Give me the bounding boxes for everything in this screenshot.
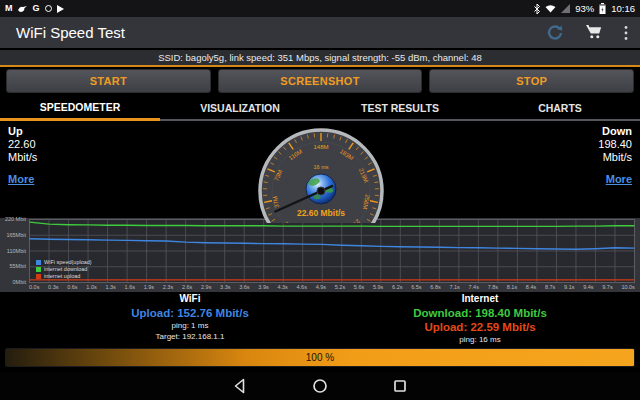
- x-tick-label: 4.6s: [297, 284, 307, 290]
- x-tick-label: 2.6s: [182, 284, 192, 290]
- x-tick-label: 1.0s: [86, 284, 96, 290]
- x-tick-label: 7.8s: [488, 284, 498, 290]
- android-nav-bar: [0, 372, 640, 400]
- upload-panel: Up 22.60 Mbit/s More: [8, 125, 37, 186]
- x-tick-label: 3.6s: [239, 284, 249, 290]
- x-tick-label: 2.9s: [201, 284, 211, 290]
- start-button[interactable]: START: [6, 69, 211, 93]
- x-tick-label: 5.9s: [373, 284, 383, 290]
- internet-upload-result: Upload: 22.59 Mbit/s: [320, 321, 640, 333]
- x-tick-label: 0.3s: [48, 284, 58, 290]
- y-tick-label: 220 Mbit: [5, 216, 26, 222]
- x-tick-label: 7.1s: [449, 284, 459, 290]
- bluetooth-icon: [534, 4, 540, 14]
- internet-download-result: Download: 198.40 Mbit/s: [320, 307, 640, 319]
- tab-charts[interactable]: CHARTS: [480, 96, 640, 121]
- x-tick-label: 8.1s: [507, 284, 517, 290]
- y-tick-label: 0Mbit: [13, 279, 26, 285]
- internet-summary: Internet Download: 198.40 Mbit/s Upload:…: [320, 293, 640, 355]
- screenshot-button[interactable]: SCREENSHOT: [218, 69, 423, 93]
- action-button-row: START SCREENSHOT STOP: [6, 69, 634, 93]
- x-tick-label: 6.5s: [411, 284, 421, 290]
- up-more-link[interactable]: More: [8, 173, 34, 186]
- tab-visualization[interactable]: VISUALIZATION: [160, 96, 320, 121]
- internet-ping: ping: 16 ms: [320, 335, 640, 344]
- up-value: 22.60: [8, 138, 37, 151]
- x-tick-label: 1.3s: [105, 284, 115, 290]
- progress-bar: 100 %: [5, 348, 635, 367]
- connection-info-text: SSID: bagoly5g, link speed: 351 Mbps, si…: [158, 52, 482, 63]
- overflow-menu-icon[interactable]: [624, 25, 628, 41]
- x-tick-label: 5.2s: [335, 284, 345, 290]
- down-value: 198.40: [598, 138, 632, 151]
- sync-icon[interactable]: [546, 24, 564, 42]
- speed-chart: 220 Mbit165Mbit110Mbit55Mbit0Mbit WiFi s…: [0, 218, 640, 292]
- tab-test-results[interactable]: TEST RESULTS: [320, 96, 480, 121]
- x-tick-label: 7.4s: [469, 284, 479, 290]
- up-label: Up: [8, 125, 37, 138]
- x-tick-label: 0.0s: [29, 284, 39, 290]
- tab-speedometer[interactable]: SPEEDOMETER: [0, 96, 160, 121]
- bird-icon: [18, 5, 28, 13]
- x-tick-label: 10.0s: [621, 284, 634, 290]
- x-tick-label: 1.9s: [144, 284, 154, 290]
- x-tick-label: 3.3s: [220, 284, 230, 290]
- x-tick-label: 4.3s: [277, 284, 287, 290]
- down-label: Down: [598, 125, 632, 138]
- wifi-icon: [545, 5, 556, 13]
- x-tick-label: 6.2s: [392, 284, 402, 290]
- down-unit: Mbit/s: [598, 151, 632, 164]
- recents-button[interactable]: [392, 378, 408, 394]
- gmail-icon: M: [5, 4, 13, 13]
- x-tick-label: 2.3s: [163, 284, 173, 290]
- x-tick-label: 4.9s: [316, 284, 326, 290]
- tab-bar: SPEEDOMETER VISUALIZATION TEST RESULTS C…: [0, 96, 640, 121]
- connection-info-bar: SSID: bagoly5g, link speed: 351 Mbps, si…: [0, 50, 640, 67]
- status-right: 93% 10:16: [534, 3, 635, 14]
- battery-percent: 93%: [575, 3, 594, 14]
- down-more-link[interactable]: More: [606, 173, 632, 186]
- legend-item: WiFi speed(upload): [36, 259, 92, 265]
- x-tick-label: 9.1s: [564, 284, 574, 290]
- legend-item: internet upload: [36, 273, 92, 279]
- x-tick-label: 5.6s: [354, 284, 364, 290]
- svg-text:148M: 148M: [313, 144, 328, 150]
- y-tick-label: 165Mbit: [6, 232, 26, 238]
- cart-icon[interactable]: [586, 25, 602, 40]
- chart-y-axis-labels: 220 Mbit165Mbit110Mbit55Mbit0Mbit: [0, 216, 28, 285]
- x-tick-label: 9.7s: [602, 284, 612, 290]
- x-tick-label: 8.7s: [545, 284, 555, 290]
- chart-legend: WiFi speed(upload)internet downloadinter…: [36, 259, 92, 279]
- battery-icon: [599, 3, 606, 14]
- clock: 10:16: [611, 3, 635, 14]
- gauge-reading: 22.60 Mbit/s: [297, 208, 345, 218]
- internet-summary-title: Internet: [320, 293, 640, 304]
- play-icon: [57, 5, 64, 13]
- chart-x-axis-labels: 0.0s0.3s0.6s1.0s1.3s1.6s1.9s2.3s2.6s2.9s…: [29, 284, 635, 290]
- y-tick-label: 110Mbit: [7, 248, 26, 254]
- speedometer-gauge: 0M37M73M110M148M183M219M256M293M 16 ms 2…: [256, 126, 386, 223]
- y-tick-label: 55Mbit: [9, 263, 26, 269]
- notification-icons: M G: [5, 4, 64, 13]
- download-panel: Down 198.40 Mbit/s More: [598, 125, 632, 186]
- x-tick-label: 8.4s: [526, 284, 536, 290]
- x-tick-label: 9.4s: [583, 284, 593, 290]
- up-unit: Mbit/s: [8, 151, 37, 164]
- app-title: WiFi Speed Test: [16, 24, 125, 41]
- progress-label: 100 %: [306, 352, 334, 363]
- app-bar: WiFi Speed Test: [0, 17, 640, 48]
- x-tick-label: 3.9s: [258, 284, 268, 290]
- x-tick-label: 6.8s: [430, 284, 440, 290]
- x-tick-label: 0.6s: [67, 284, 77, 290]
- circle-notification-icon: [45, 5, 52, 12]
- gauge-ping-label: 16 ms: [314, 164, 329, 170]
- stop-button[interactable]: STOP: [429, 69, 634, 93]
- status-bar: M G 93% 10:16: [0, 0, 640, 17]
- back-button[interactable]: [232, 378, 248, 394]
- x-tick-label: 1.6s: [125, 284, 135, 290]
- chart-plot-area: WiFi speed(upload)internet downloadinter…: [29, 219, 635, 283]
- home-button[interactable]: [312, 378, 328, 394]
- legend-item: internet download: [36, 266, 92, 272]
- google-icon: G: [33, 4, 40, 13]
- cell-signal-icon: [561, 4, 570, 13]
